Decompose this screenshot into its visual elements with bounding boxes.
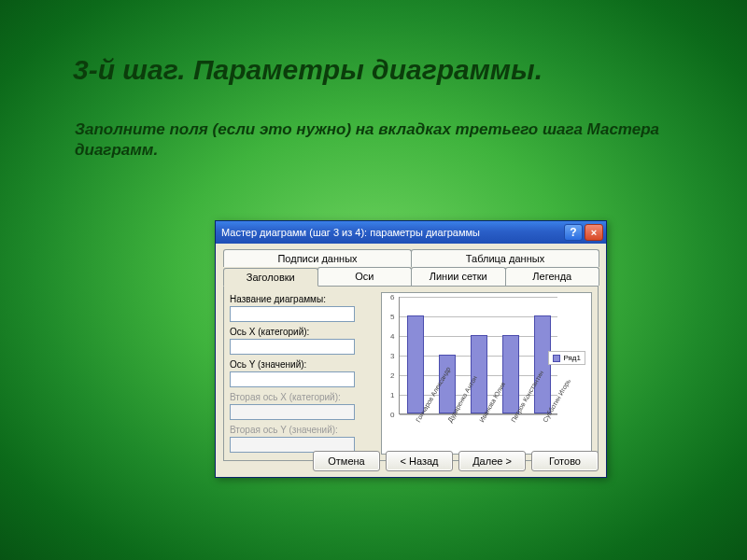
y-tick-label: 4 bbox=[390, 332, 394, 341]
tab-panel-titles: Название диаграммы: Ось X (категорий): О… bbox=[223, 286, 599, 461]
close-icon: × bbox=[591, 227, 597, 238]
tab-gridlines[interactable]: Линии сетки bbox=[411, 267, 506, 286]
next-button[interactable]: Далее > bbox=[458, 451, 526, 471]
dialog-title: Мастер диаграмм (шаг 3 из 4): параметры … bbox=[221, 227, 562, 238]
help-button[interactable]: ? bbox=[564, 224, 583, 241]
slide-title: 3-й шаг. Параметры диаграммы. bbox=[0, 0, 747, 91]
axis-y2-label: Вторая ось Y (значений): bbox=[230, 425, 375, 435]
y-tick-label: 0 bbox=[390, 411, 394, 419]
chart-plot-area: 0123456 bbox=[399, 297, 557, 414]
finish-button[interactable]: Готово bbox=[531, 451, 599, 471]
chart-bar bbox=[407, 315, 425, 413]
tab-axes[interactable]: Оси bbox=[317, 267, 413, 286]
close-button[interactable]: × bbox=[585, 224, 603, 241]
cancel-button[interactable]: Отмена bbox=[313, 451, 380, 471]
chart-title-input[interactable] bbox=[230, 306, 355, 322]
tab-titles[interactable]: Заголовки bbox=[223, 268, 318, 287]
axis-y-label: Ось Y (значений): bbox=[230, 359, 375, 370]
tabs-row-lower: Заголовки Оси Линии сетки Легенда bbox=[223, 267, 599, 286]
titles-form: Название диаграммы: Ось X (категорий): О… bbox=[230, 292, 375, 455]
y-tick-label: 3 bbox=[390, 352, 394, 360]
y-tick-label: 5 bbox=[390, 313, 394, 321]
field-axis-y2: Вторая ось Y (значений): bbox=[230, 425, 375, 453]
dialog-body: Подписи данных Таблица данных Заголовки … bbox=[216, 244, 606, 467]
field-axis-y: Ось Y (значений): bbox=[230, 359, 375, 387]
back-button[interactable]: < Назад bbox=[386, 451, 453, 471]
chart-preview: 0123456 Ряд1 Гончаров АлександрДударенко… bbox=[381, 292, 592, 455]
field-axis-x2: Вторая ось X (категорий): bbox=[230, 392, 375, 420]
y-tick-label: 1 bbox=[390, 391, 394, 399]
chart-wizard-dialog: Мастер диаграмм (шаг 3 из 4): параметры … bbox=[215, 220, 607, 478]
legend-swatch-icon bbox=[553, 355, 560, 362]
gridline bbox=[400, 297, 557, 298]
axis-x-label: Ось X (категорий): bbox=[230, 327, 375, 337]
chart-legend: Ряд1 bbox=[548, 351, 585, 365]
chart-bar bbox=[502, 335, 520, 413]
wizard-button-row: Отмена < Назад Далее > Готово bbox=[313, 451, 599, 471]
y-tick-label: 2 bbox=[390, 371, 394, 380]
field-chart-title: Название диаграммы: bbox=[230, 294, 375, 322]
axis-x-input[interactable] bbox=[230, 339, 355, 355]
titlebar[interactable]: Мастер диаграмм (шаг 3 из 4): параметры … bbox=[216, 221, 606, 244]
axis-y-input[interactable] bbox=[230, 371, 355, 387]
field-axis-x: Ось X (категорий): bbox=[230, 327, 375, 355]
help-icon: ? bbox=[570, 226, 576, 239]
tab-data-table[interactable]: Таблица данных bbox=[411, 249, 599, 267]
tab-legend[interactable]: Легенда bbox=[505, 267, 600, 286]
axis-x2-label: Вторая ось X (категорий): bbox=[230, 392, 375, 402]
y-tick-label: 6 bbox=[390, 293, 394, 301]
slide-subtitle: Заполните поля (если это нужно) на вклад… bbox=[0, 91, 747, 161]
tabs-row-upper: Подписи данных Таблица данных bbox=[223, 249, 599, 267]
chart-title-label: Название диаграммы: bbox=[230, 294, 375, 304]
legend-series-label: Ряд1 bbox=[563, 354, 581, 362]
tab-data-labels[interactable]: Подписи данных bbox=[223, 249, 412, 267]
axis-x2-input bbox=[230, 404, 355, 420]
